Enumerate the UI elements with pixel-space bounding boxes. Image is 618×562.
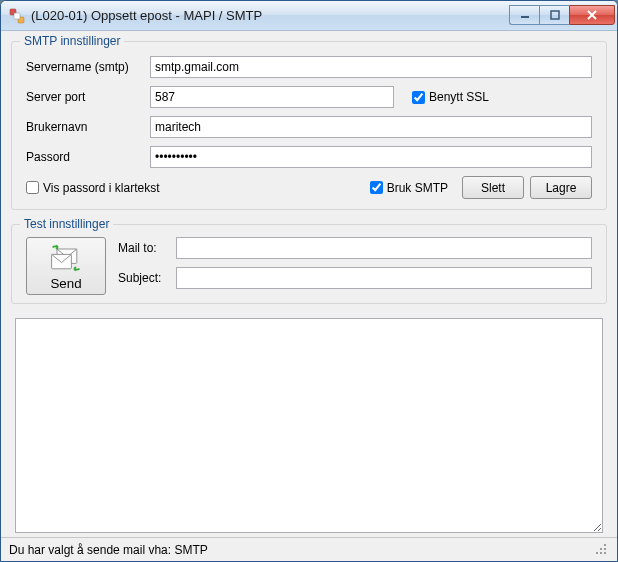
password-row: Passord bbox=[26, 146, 592, 168]
serverport-row: Server port Benytt SSL bbox=[26, 86, 592, 108]
delete-button[interactable]: Slett bbox=[462, 176, 524, 199]
status-text: Du har valgt å sende mail vha: SMTP bbox=[9, 543, 208, 557]
username-row: Brukernavn bbox=[26, 116, 592, 138]
mailto-row: Mail to: bbox=[118, 237, 592, 259]
window-frame: (L020-01) Oppsett epost - MAPI / SMTP SM… bbox=[0, 0, 618, 562]
password-label: Passord bbox=[26, 150, 150, 164]
client-area: SMTP innstillinger Servername (smtp) Ser… bbox=[1, 31, 617, 537]
show-plaintext-checkbox[interactable]: Vis passord i klartekst bbox=[26, 181, 160, 195]
password-input[interactable] bbox=[150, 146, 592, 168]
mailto-label: Mail to: bbox=[118, 241, 176, 255]
use-smtp-label: Bruk SMTP bbox=[387, 181, 448, 195]
minimize-button[interactable] bbox=[509, 5, 539, 25]
mail-send-icon bbox=[48, 242, 84, 274]
subject-row: Subject: bbox=[118, 267, 592, 289]
servername-row: Servername (smtp) bbox=[26, 56, 592, 78]
use-smtp-checkbox[interactable]: Bruk SMTP bbox=[370, 181, 448, 195]
svg-rect-4 bbox=[551, 11, 559, 19]
use-ssl-label: Benytt SSL bbox=[429, 90, 489, 104]
test-legend: Test innstillinger bbox=[20, 217, 113, 231]
options-row: Vis passord i klartekst Bruk SMTP Slett … bbox=[26, 176, 592, 199]
test-fields: Mail to: Subject: bbox=[118, 237, 592, 297]
svg-rect-3 bbox=[521, 16, 529, 18]
window-title: (L020-01) Oppsett epost - MAPI / SMTP bbox=[31, 8, 509, 23]
mailto-input[interactable] bbox=[176, 237, 592, 259]
show-plaintext-input[interactable] bbox=[26, 181, 39, 194]
use-ssl-checkbox[interactable]: Benytt SSL bbox=[412, 90, 489, 104]
use-smtp-input[interactable] bbox=[370, 181, 383, 194]
username-input[interactable] bbox=[150, 116, 592, 138]
titlebar[interactable]: (L020-01) Oppsett epost - MAPI / SMTP bbox=[1, 1, 617, 31]
smtp-settings-group: SMTP innstillinger Servername (smtp) Ser… bbox=[11, 41, 607, 210]
username-label: Brukernavn bbox=[26, 120, 150, 134]
window-controls bbox=[509, 5, 615, 27]
subject-label: Subject: bbox=[118, 271, 176, 285]
send-button[interactable]: Send bbox=[26, 237, 106, 295]
show-plaintext-label: Vis passord i klartekst bbox=[43, 181, 160, 195]
maximize-button[interactable] bbox=[539, 5, 569, 25]
servername-input[interactable] bbox=[150, 56, 592, 78]
subject-input[interactable] bbox=[176, 267, 592, 289]
app-icon bbox=[9, 8, 25, 24]
save-button[interactable]: Lagre bbox=[530, 176, 592, 199]
serverport-input[interactable] bbox=[150, 86, 394, 108]
resize-grip-icon[interactable] bbox=[595, 543, 609, 557]
test-settings-group: Test innstillinger bbox=[11, 224, 607, 304]
message-textarea[interactable] bbox=[15, 318, 603, 533]
use-ssl-input[interactable] bbox=[412, 91, 425, 104]
close-button[interactable] bbox=[569, 5, 615, 25]
servername-label: Servername (smtp) bbox=[26, 60, 150, 74]
statusbar: Du har valgt å sende mail vha: SMTP bbox=[1, 537, 617, 561]
serverport-label: Server port bbox=[26, 90, 150, 104]
smtp-legend: SMTP innstillinger bbox=[20, 34, 124, 48]
svg-rect-2 bbox=[14, 13, 20, 19]
send-button-label: Send bbox=[50, 276, 81, 291]
